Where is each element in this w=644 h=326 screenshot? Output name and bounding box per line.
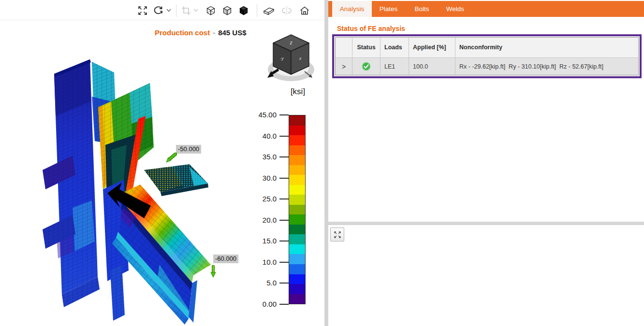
toolbar-separator	[257, 4, 257, 17]
production-cost-value: 845 US$	[218, 28, 246, 37]
load-arrow-icon-1	[165, 153, 177, 163]
scale-tick-label: 15.0	[249, 237, 277, 245]
bottom-splitter[interactable]	[328, 222, 644, 225]
fe-model-view[interactable]	[29, 51, 232, 326]
view-wireframe-button[interactable]	[205, 4, 217, 17]
header-status: Status	[352, 38, 381, 57]
section-crop-icon	[180, 5, 192, 16]
cube-x-label: x	[299, 56, 302, 61]
color-band	[289, 264, 305, 274]
tab-plates[interactable]: Plates	[372, 1, 405, 17]
rotate-view-button[interactable]	[152, 4, 165, 17]
scale-tick-label: 40.0	[249, 132, 277, 140]
mirror-icon	[281, 5, 293, 16]
header-expand	[336, 38, 352, 57]
expand-view-button[interactable]	[330, 227, 344, 241]
toolbar-divider	[0, 20, 324, 20]
clip-view-button[interactable]	[263, 4, 275, 17]
color-band	[289, 126, 305, 136]
3d-viewport[interactable]: Production cost-845 US$ z -y x	[0, 0, 324, 326]
shaded-cube-icon	[221, 5, 233, 16]
scale-tick-mark	[279, 114, 289, 115]
color-band	[289, 214, 305, 225]
color-band	[289, 254, 305, 264]
cube-y-label: -y	[280, 56, 284, 61]
scale-tick-mark	[279, 136, 289, 137]
color-band	[289, 274, 305, 284]
color-band	[289, 234, 305, 244]
color-band	[289, 284, 305, 294]
app-window: Production cost-845 US$ z -y x	[0, 0, 644, 326]
results-panel: Analysis Plates Bolts Welds Status of FE…	[328, 0, 644, 326]
scale-tick-mark	[279, 283, 289, 283]
scale-tick-mark	[279, 241, 289, 241]
scale-tick-label: 30.0	[249, 174, 277, 182]
rotate-icon	[153, 5, 164, 16]
row-status	[352, 57, 381, 75]
solid-cube-icon	[238, 5, 249, 16]
fe-status-table-highlight: Status Loads Applied [%] Nonconformity >…	[332, 34, 642, 78]
table-row[interactable]: > LE1 100.0 Rx - -29.62[kip.ft] Ry - 310…	[336, 57, 638, 75]
navigation-cube[interactable]: z -y x	[266, 30, 316, 84]
scale-tick-label: 10.0	[249, 258, 277, 266]
load-annotation-1: -50.000	[176, 145, 201, 154]
scale-tick-label: 45.00	[249, 111, 277, 119]
color-scale-bands	[289, 115, 306, 304]
scale-tick-mark	[279, 178, 289, 179]
fe-status-table: Status Loads Applied [%] Nonconformity >…	[335, 37, 639, 75]
row-nonconformity: Rx - -29.62[kip.ft] Ry - 310.10[kip.ft] …	[455, 57, 638, 75]
scale-tick-mark	[279, 304, 289, 305]
header-loads: Loads	[381, 38, 409, 57]
status-ok-icon	[362, 62, 371, 71]
expand-arrows-icon	[333, 230, 342, 239]
color-band	[289, 135, 305, 145]
color-band	[289, 145, 305, 156]
fit-view-button[interactable]	[136, 4, 149, 17]
color-band	[289, 165, 305, 175]
production-cost: Production cost-845 US$	[155, 28, 247, 37]
color-scale-ticks: 45.0040.035.030.025.020.015.010.05.00.00	[249, 115, 289, 304]
color-band	[289, 244, 305, 255]
scale-tick-label: 35.0	[249, 153, 277, 161]
home-icon	[299, 5, 310, 16]
cube-z-label: z	[290, 40, 293, 45]
rotate-dropdown-chevron-icon[interactable]	[166, 9, 171, 13]
header-nonconformity: Nonconformity	[455, 38, 638, 57]
section-title: Status of FE analysis	[337, 25, 405, 32]
tab-analysis[interactable]: Analysis	[332, 1, 372, 17]
fe-column-flange-mesh	[54, 59, 100, 307]
load-annotation-2: -60.000	[213, 255, 238, 263]
color-band	[289, 185, 305, 195]
color-scale-unit: [ksi]	[286, 87, 309, 97]
fe-plate-mesh	[144, 164, 208, 196]
color-band	[289, 155, 305, 165]
wireframe-cube-icon	[205, 5, 217, 16]
color-band	[289, 294, 305, 304]
mirror-view-button[interactable]	[280, 4, 293, 17]
scale-tick-label: 25.0	[249, 195, 277, 203]
row-loads: LE1	[381, 57, 409, 75]
home-view-button[interactable]	[298, 4, 311, 17]
row-expand-chevron[interactable]: >	[336, 57, 352, 75]
results-tabbar: Analysis Plates Bolts Welds	[328, 1, 644, 17]
color-band	[289, 205, 305, 215]
color-band	[289, 175, 305, 185]
production-cost-separator: -	[210, 28, 218, 37]
scale-tick-mark	[279, 156, 289, 157]
fit-view-icon	[137, 5, 148, 16]
color-band	[289, 115, 305, 126]
scale-tick-mark	[279, 262, 289, 263]
scale-tick-label: 5.0	[249, 279, 277, 287]
scale-tick-label: 0.00	[249, 300, 277, 308]
panel-splitter[interactable]	[324, 0, 328, 326]
row-applied: 100.0	[409, 57, 455, 75]
view-shaded-button[interactable]	[221, 4, 234, 17]
color-band	[289, 225, 305, 235]
section-crop-button[interactable]	[180, 4, 192, 17]
crop-dropdown-chevron-icon[interactable]	[193, 9, 198, 13]
production-cost-label: Production cost	[155, 28, 210, 37]
tab-welds[interactable]: Welds	[439, 1, 472, 17]
color-band	[289, 195, 305, 205]
view-solid-button[interactable]	[237, 4, 250, 17]
tab-bolts[interactable]: Bolts	[405, 1, 439, 17]
